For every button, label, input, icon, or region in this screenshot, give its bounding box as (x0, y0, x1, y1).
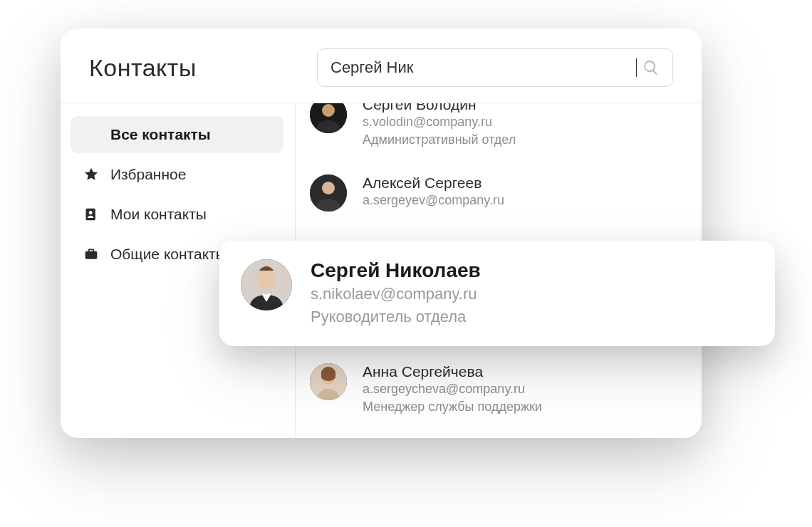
sidebar-item-favorites[interactable]: Избранное (71, 156, 283, 193)
contact-row[interactable]: Сергей Володин s.volodin@company.ru Адми… (310, 103, 673, 162)
contact-row[interactable]: Анна Сергейчева a.sergeycheva@company.ru… (310, 350, 673, 429)
briefcase-icon (83, 246, 99, 262)
contacts-window: Контакты Все контакты Избранное (61, 28, 702, 438)
avatar (310, 174, 347, 212)
contact-email: a.sergeycheva@company.ru (363, 382, 542, 397)
search-icon (642, 59, 660, 76)
contact-name: Алексей Сергеев (363, 174, 504, 192)
search-box[interactable] (317, 48, 673, 87)
contact-name: Анна Сергейчева (363, 363, 542, 380)
contact-info: Анна Сергейчева a.sergeycheva@company.ru… (363, 363, 542, 414)
sidebar-item-label: Все контакты (110, 126, 211, 143)
contact-name: Сергей Володин (363, 103, 516, 113)
sidebar-item-label: Избранное (110, 166, 186, 183)
contact-role: Руководитель отдела (311, 308, 481, 326)
avatar (241, 259, 292, 311)
page-title: Контакты (89, 54, 317, 82)
search-input[interactable] (330, 58, 637, 77)
contact-highlight-card[interactable]: Сергей Николаев s.nikolaev@company.ru Ру… (219, 241, 775, 346)
contact-email: s.nikolaev@company.ru (311, 285, 481, 303)
contact-info: Алексей Сергеев a.sergeyev@company.ru (363, 174, 504, 212)
sidebar-item-label: Общие контакты (110, 246, 227, 263)
header: Контакты (61, 28, 702, 103)
avatar (310, 363, 347, 400)
svg-point-1 (322, 104, 335, 117)
avatar (310, 103, 347, 133)
svg-point-7 (256, 268, 276, 288)
star-icon (83, 167, 99, 182)
contact-email: s.volodin@company.ru (363, 115, 516, 130)
contact-role: Административный отдел (363, 132, 516, 147)
svg-point-3 (322, 182, 335, 194)
contact-role: Менеджер службы поддержки (363, 400, 542, 414)
contact-row[interactable]: Алексей Сергеев a.sergeyev@company.ru (310, 162, 673, 226)
address-book-icon (83, 207, 99, 222)
contact-email: a.sergeyev@company.ru (363, 193, 504, 208)
sidebar-item-my-contacts[interactable]: Мои контакты (71, 196, 283, 233)
sidebar-item-all-contacts[interactable]: Все контакты (71, 116, 283, 153)
text-cursor (636, 58, 637, 77)
contact-info: Сергей Николаев s.nikolaev@company.ru Ру… (311, 259, 481, 326)
contact-info: Сергей Володин s.volodin@company.ru Адми… (363, 103, 516, 147)
sidebar-item-label: Мои контакты (110, 206, 207, 223)
contact-name: Сергей Николаев (311, 259, 481, 282)
